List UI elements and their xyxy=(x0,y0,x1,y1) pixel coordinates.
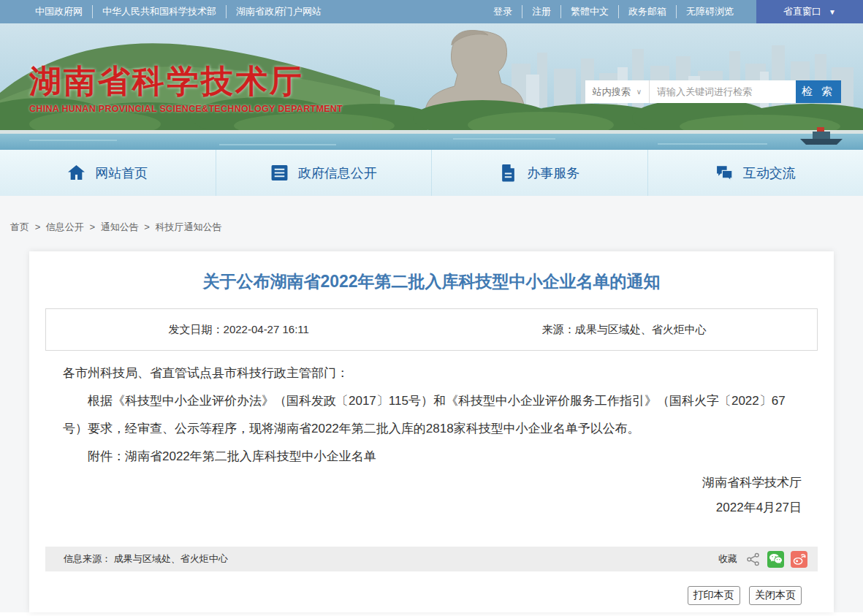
breadcrumb: 首页 > 信息公开 > 通知公告 > 科技厅通知公告 xyxy=(0,196,863,234)
article-signature: 湖南省科学技术厅 2022年4月27日 xyxy=(29,471,834,520)
article-card: 关于公布湖南省2022年第二批入库科技型中小企业名单的通知 发文日期： 2022… xyxy=(29,251,834,612)
province-window-dropdown[interactable]: 省直窗口 ▼ xyxy=(756,0,863,23)
signature-org: 湖南省科学技术厅 xyxy=(29,471,802,495)
source-label: 来源： xyxy=(542,323,575,337)
login-link[interactable]: 登录 xyxy=(484,5,522,18)
search-scope-select[interactable]: 站内搜索 ∨ xyxy=(585,80,650,103)
article-meta: 发文日期： 2022-04-27 16:11 来源： 成果与区域处、省火炬中心 xyxy=(45,308,818,351)
topbar-right-links: 登录 注册 繁體中文 政务邮箱 无障碍浏览 省直窗口 ▼ xyxy=(484,0,863,23)
accessibility-link[interactable]: 无障碍浏览 xyxy=(677,5,743,18)
breadcrumb-notices[interactable]: 通知公告 xyxy=(101,221,139,232)
source-value: 成果与区域处、省火炬中心 xyxy=(575,323,707,337)
breadcrumb-separator: > xyxy=(144,221,150,232)
publish-date: 发文日期： 2022-04-27 16:11 xyxy=(46,323,432,337)
nav-item-label: 网站首页 xyxy=(95,164,148,182)
traditional-chinese-link[interactable]: 繁體中文 xyxy=(561,5,619,18)
nav-item-services[interactable]: 办事服务 xyxy=(432,150,648,196)
gov-mail-link[interactable]: 政务邮箱 xyxy=(619,5,677,18)
breadcrumb-current: 科技厅通知公告 xyxy=(156,221,222,232)
breadcrumb-home[interactable]: 首页 xyxy=(10,221,29,232)
site-logo: 湖南省科学技术厅 CHINA HUNAN PROVINCIAL SCIENCE&… xyxy=(29,64,343,114)
info-source-label: 信息来源： xyxy=(64,553,111,564)
nav-item-label: 互动交流 xyxy=(743,164,796,182)
register-link[interactable]: 注册 xyxy=(522,5,561,18)
share-nodes-icon xyxy=(746,552,760,566)
close-page-button[interactable]: 关闭本页 xyxy=(749,586,802,605)
page-actions: 打印本页 关闭本页 xyxy=(29,571,834,605)
publish-date-label: 发文日期： xyxy=(169,323,224,337)
breadcrumb-separator: > xyxy=(35,221,41,232)
wechat-icon xyxy=(769,553,783,566)
info-source-value: 成果与区域处、省火炬中心 xyxy=(114,553,228,564)
header-banner: 湖南省科学技术厅 CHINA HUNAN PROVINCIAL SCIENCE&… xyxy=(0,23,863,150)
wechat-share-button[interactable] xyxy=(767,551,784,568)
province-window-label: 省直窗口 xyxy=(783,5,821,18)
share-icon[interactable] xyxy=(745,552,761,567)
home-icon xyxy=(67,164,85,182)
search-input[interactable] xyxy=(650,80,796,103)
nav-item-interaction[interactable]: 互动交流 xyxy=(648,150,863,196)
weibo-share-button[interactable] xyxy=(791,551,807,568)
info-source: 信息来源： 成果与区域处、省火炬中心 xyxy=(64,552,228,566)
topbar-left-links: 中国政府网 中华人民共和国科学技术部 湖南省政府门户网站 xyxy=(0,5,331,18)
article-title: 关于公布湖南省2022年第二批入库科技型中小企业名单的通知 xyxy=(29,270,834,292)
print-page-button[interactable]: 打印本页 xyxy=(688,586,740,605)
nav-item-label: 政府信息公开 xyxy=(298,164,377,182)
chevron-down-icon: ▼ xyxy=(829,8,836,16)
file-icon xyxy=(499,164,517,182)
nav-item-label: 办事服务 xyxy=(527,164,579,182)
top-utility-bar: 中国政府网 中华人民共和国科学技术部 湖南省政府门户网站 登录 注册 繁體中文 … xyxy=(0,0,863,23)
link-china-gov[interactable]: 中国政府网 xyxy=(26,5,93,18)
site-logo-title: 湖南省科学技术厅 xyxy=(29,64,343,98)
breadcrumb-separator: > xyxy=(89,221,95,232)
info-source-bar: 信息来源： 成果与区域处、省火炬中心 收藏 xyxy=(45,547,818,571)
search-button[interactable]: 检 索 xyxy=(796,80,841,103)
favorite-button[interactable]: 收藏 xyxy=(718,552,737,566)
chevron-down-icon: ∨ xyxy=(636,88,642,96)
nav-item-gov-info[interactable]: 政府信息公开 xyxy=(216,150,433,196)
signature-date: 2022年4月27日 xyxy=(29,495,802,520)
breadcrumb-info-disclosure[interactable]: 信息公开 xyxy=(46,221,84,232)
link-most[interactable]: 中华人民共和国科学技术部 xyxy=(93,5,227,18)
main-nav: 网站首页 政府信息公开 办事服务 互动交流 xyxy=(0,150,863,196)
paragraph-salutation: 各市州科技局、省直管试点县市科技行政主管部门： xyxy=(63,360,800,387)
nav-item-home[interactable]: 网站首页 xyxy=(0,150,216,196)
site-logo-subtitle: CHINA HUNAN PROVINCIAL SCIENCE&TECHNOLOG… xyxy=(29,104,343,114)
share-tools: 收藏 xyxy=(718,551,807,568)
document-icon xyxy=(270,164,289,182)
article-body: 各市州科技局、省直管试点县市科技行政主管部门： 根据《科技型中小企业评价办法》（… xyxy=(29,360,834,471)
paragraph-attachment: 附件：湖南省2022年第二批入库科技型中小企业名单 xyxy=(63,443,800,471)
site-search: 站内搜索 ∨ 检 索 xyxy=(585,80,841,103)
search-scope-label: 站内搜索 xyxy=(593,85,631,99)
page-lower: 首页 > 信息公开 > 通知公告 > 科技厅通知公告 关于公布湖南省2022年第… xyxy=(0,196,863,612)
chat-icon xyxy=(715,164,734,182)
article-source: 来源： 成果与区域处、省火炬中心 xyxy=(432,323,818,337)
link-hunan-gov[interactable]: 湖南省政府门户网站 xyxy=(227,5,331,18)
weibo-icon xyxy=(792,553,806,566)
publish-date-value: 2022-04-27 16:11 xyxy=(224,323,309,337)
paragraph-main: 根据《科技型中小企业评价办法》（国科发政〔2017〕115号）和《科技型中小企业… xyxy=(63,387,800,443)
